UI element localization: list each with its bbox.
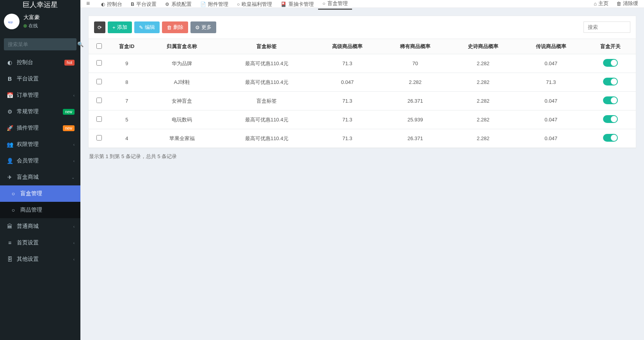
cell-id: 8 xyxy=(110,73,144,92)
table-row: 7女神盲盒盲盒标签71.326.3712.2820.047 xyxy=(89,92,636,110)
home-link[interactable]: ⌂主页 xyxy=(594,0,608,7)
user-panel: app 大富豪 在线 xyxy=(0,9,80,34)
toggle-switch[interactable] xyxy=(603,134,618,142)
cell-name: AJ球鞋 xyxy=(144,73,220,92)
col-high[interactable]: 高级商品概率 xyxy=(313,39,381,54)
refresh-icon: ⟳ xyxy=(98,25,102,30)
refresh-button[interactable]: ⟳ xyxy=(94,21,105,33)
group-icon: 👥 xyxy=(6,141,14,148)
rocket-icon: 🚀 xyxy=(6,125,14,131)
sidebar-item-homepage[interactable]: ≡ 首页设置 ‹ xyxy=(0,235,80,251)
list-icon: ≡ xyxy=(6,240,14,246)
badge-hot: hot xyxy=(64,60,75,66)
sidebar-menu: ◐ 控制台 hot B 平台设置 📅 订单管理 ‹ ⚙ 常规管理 new 🚀 插… xyxy=(0,54,80,340)
sidebar-item-permission[interactable]: 👥 权限管理 ‹ xyxy=(0,136,80,153)
table-search-input[interactable] xyxy=(584,21,630,33)
cell-rare: 2.282 xyxy=(381,73,449,92)
sidebar-item-normal-mall[interactable]: 🏛 普通商城 ‹ xyxy=(0,218,80,235)
edit-button[interactable]: ✎编辑 xyxy=(134,21,160,33)
sidebar-item-general[interactable]: ⚙ 常规管理 new xyxy=(0,103,80,120)
cell-epic: 2.282 xyxy=(449,92,517,110)
cell-name: 苹果全家福 xyxy=(144,129,220,148)
cell-epic: 2.282 xyxy=(449,110,517,129)
cell-legend: 0.047 xyxy=(517,129,585,148)
data-table: 盲盒ID 归属盲盒名称 盲盒标签 高级商品概率 稀有商品概率 史诗商品概率 传说… xyxy=(89,39,636,148)
cell-tag: 最高可优惠110.4元 xyxy=(220,129,313,148)
toggle-switch[interactable] xyxy=(603,96,618,104)
col-switch[interactable]: 盲盒开关 xyxy=(585,39,636,54)
col-tag[interactable]: 盲盒标签 xyxy=(220,39,313,54)
cell-legend: 0.047 xyxy=(517,54,585,73)
delete-button[interactable]: 🗑删除 xyxy=(162,21,188,33)
cell-high: 71.3 xyxy=(313,129,381,148)
trash-icon: 🗑 xyxy=(616,1,621,7)
gear-icon: ⚙ xyxy=(165,2,169,7)
panel: ⟳ +添加 ✎编辑 🗑删除 ⚙更多 盲盒ID 归属盲盒名称 xyxy=(88,16,636,148)
cell-name: 女神盲盒 xyxy=(144,92,220,110)
cell-id: 7 xyxy=(110,92,144,110)
col-epic[interactable]: 史诗商品概率 xyxy=(449,39,517,54)
cell-high: 0.047 xyxy=(313,73,381,92)
more-button[interactable]: ⚙更多 xyxy=(190,21,216,33)
user-icon: 👤 xyxy=(6,158,14,164)
hamburger-icon[interactable]: ≡ xyxy=(86,0,90,7)
cell-rare: 26.371 xyxy=(381,92,449,110)
table-row: 9华为品牌最高可优惠110.4元71.3702.2820.047 xyxy=(89,54,636,73)
plus-icon: + xyxy=(112,25,116,30)
row-checkbox[interactable] xyxy=(96,60,102,66)
sidebar-item-blindbox-mall[interactable]: ✈ 盲盒商城 ⌄ xyxy=(0,169,80,185)
toggle-switch[interactable] xyxy=(603,78,618,85)
cell-legend: 71.3 xyxy=(517,73,585,92)
cell-epic: 2.282 xyxy=(449,129,517,148)
row-checkbox[interactable] xyxy=(96,135,102,141)
sidebar-item-product-manage[interactable]: ○ 商品管理 xyxy=(0,202,80,218)
chevron-left-icon: ‹ xyxy=(73,224,75,229)
dashboard-icon: ◐ xyxy=(101,2,105,7)
select-all-checkbox[interactable] xyxy=(96,43,102,49)
app-logo: 巨人幸运星 xyxy=(0,0,80,9)
chevron-left-icon: ‹ xyxy=(73,142,75,147)
toolbar: ⟳ +添加 ✎编辑 🗑删除 ⚙更多 xyxy=(89,16,636,39)
gears-icon: ⚙ xyxy=(6,109,14,115)
sidebar-item-member[interactable]: 👤 会员管理 ‹ xyxy=(0,153,80,169)
sidebar-item-other[interactable]: 🗄 其他设置 ‹ xyxy=(0,251,80,267)
circle-icon: ○ xyxy=(9,190,17,197)
toggle-switch[interactable] xyxy=(603,115,618,123)
col-legend[interactable]: 传说商品概率 xyxy=(517,39,585,54)
cell-high: 71.3 xyxy=(313,54,381,73)
chevron-down-icon: ⌄ xyxy=(71,175,75,180)
cell-tag: 最高可优惠110.4元 xyxy=(220,73,313,92)
row-checkbox[interactable] xyxy=(96,98,102,103)
svg-text:app: app xyxy=(8,20,13,24)
add-button[interactable]: +添加 xyxy=(108,21,132,33)
col-name[interactable]: 归属盲盒名称 xyxy=(144,39,220,54)
sidebar-item-dashboard[interactable]: ◐ 控制台 hot xyxy=(0,54,80,71)
sidebar-item-order[interactable]: 📅 订单管理 ‹ xyxy=(0,87,80,103)
bank-icon: 🏛 xyxy=(6,223,14,230)
sidebar-item-plugin[interactable]: 🚀 插件管理 new xyxy=(0,120,80,136)
cell-legend: 0.047 xyxy=(517,110,585,129)
sidebar-item-platform[interactable]: B 平台设置 xyxy=(0,71,80,87)
row-checkbox[interactable] xyxy=(96,116,102,122)
cell-epic: 2.282 xyxy=(449,54,517,73)
circle-icon: ○ xyxy=(237,2,240,7)
toggle-switch[interactable] xyxy=(603,59,618,67)
card-icon: 🎴 xyxy=(281,2,286,7)
cell-tag: 盲盒标签 xyxy=(220,92,313,110)
cell-high: 71.3 xyxy=(313,92,381,110)
col-rare[interactable]: 稀有商品概率 xyxy=(381,39,449,54)
chevron-left-icon: ‹ xyxy=(73,257,75,262)
chevron-left-icon: ‹ xyxy=(73,159,75,163)
row-checkbox[interactable] xyxy=(96,79,102,84)
sidebar-search-input[interactable] xyxy=(4,38,77,50)
dashboard-icon: ◐ xyxy=(6,59,14,66)
col-id[interactable]: 盲盒ID xyxy=(110,39,144,54)
table-row: 4苹果全家福最高可优惠110.4元71.326.3712.2820.047 xyxy=(89,129,636,148)
cell-tag: 最高可优惠110.4元 xyxy=(220,110,313,129)
home-icon: ⌂ xyxy=(594,1,597,7)
sidebar-item-blindbox-manage[interactable]: ○ 盲盒管理 xyxy=(0,185,80,202)
topbar: ≡ ◐控制台 B平台设置 ⚙系统配置 📄附件管理 ○欧皇福利管理 🎴重抽卡管理 … xyxy=(80,0,644,8)
avatar[interactable]: app xyxy=(4,14,20,29)
clear-cache-link[interactable]: 🗑清除缓 xyxy=(616,0,638,7)
table-row: 8AJ球鞋最高可优惠110.4元0.0472.2822.28271.3 xyxy=(89,73,636,92)
